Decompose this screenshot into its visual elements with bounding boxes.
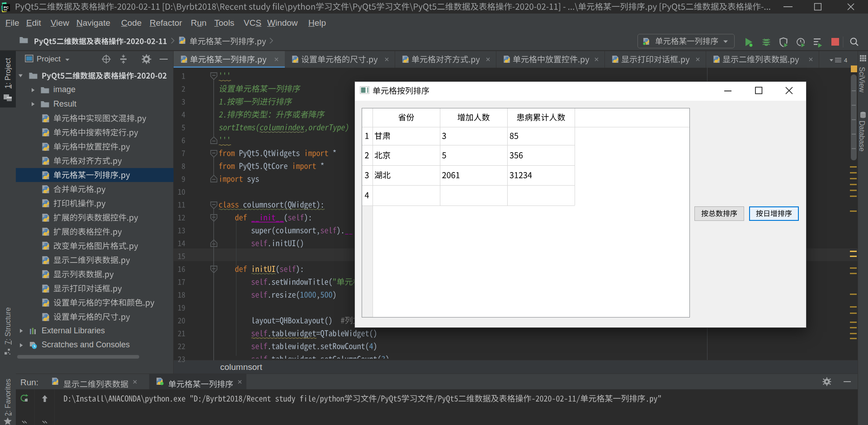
svg-text:7: Structure: 7: Structure (4, 307, 12, 345)
svg-text:1: Project: 1: Project (4, 58, 12, 89)
svg-text:4: 4 (844, 57, 847, 64)
svg-text:2: Favorites: 2: Favorites (4, 378, 12, 416)
svg-text:Database: Database (858, 121, 866, 152)
svg-text:SciView: SciView (858, 67, 866, 93)
